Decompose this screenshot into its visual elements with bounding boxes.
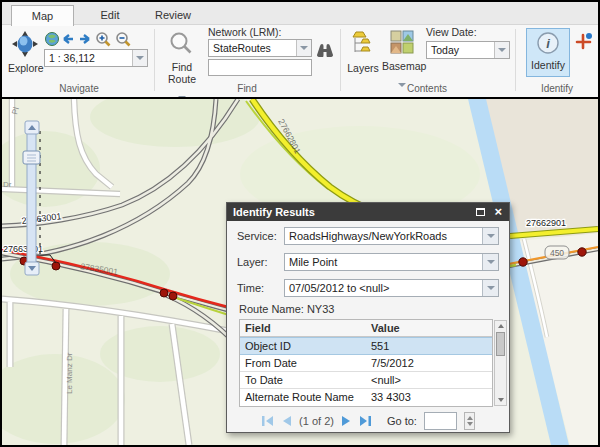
ribbon: Map Edit Review Explore: [2, 2, 598, 97]
scale-value: 1 : 36,112: [45, 52, 132, 64]
route-shield: 450: [545, 246, 569, 259]
layer-dropdown-arrow[interactable]: [482, 254, 498, 270]
group-label-contents: Contents: [407, 83, 447, 94]
group-label-find: Find: [237, 83, 256, 94]
identify-icon: i: [536, 31, 560, 55]
service-dropdown-arrow[interactable]: [482, 228, 498, 244]
time-dropdown-arrow[interactable]: [482, 280, 498, 296]
network-lrm-combobox[interactable]: StateRoutes: [208, 39, 312, 57]
view-date-value: Today: [427, 44, 494, 56]
identify-results-dialog: Identify Results × Service: RoadsHighway…: [226, 202, 510, 433]
svg-text:Le Manz Dr: Le Manz Dr: [65, 352, 74, 394]
table-row[interactable]: Object ID 551: [240, 337, 492, 355]
find-route-magnifier-icon: [168, 31, 194, 57]
group-label-navigate: Navigate: [59, 83, 98, 94]
previous-record-button[interactable]: [281, 415, 292, 427]
chevron-down-icon: [398, 83, 406, 87]
record-count: (1 of 2): [299, 415, 334, 427]
route-name-row: Route Name: NY33: [239, 303, 334, 315]
svg-text:Dr: Dr: [3, 180, 12, 189]
dialog-titlebar[interactable]: Identify Results ×: [227, 203, 509, 221]
chevron-down-icon: [487, 260, 495, 264]
find-route-button[interactable]: Find Route: [162, 31, 202, 104]
service-value: RoadsHighways/NewYorkRoads: [285, 230, 482, 242]
service-combobox[interactable]: RoadsHighways/NewYorkRoads: [284, 227, 499, 245]
route-label: 27663101: [3, 244, 43, 254]
layer-value: Mile Point: [285, 256, 482, 268]
group-divider: [340, 29, 341, 91]
route-input[interactable]: [208, 59, 312, 76]
chevron-down-icon: [300, 46, 308, 50]
view-date-label: View Date:: [426, 26, 477, 38]
table-row[interactable]: Alternate Route Name 33 4303: [240, 389, 492, 406]
tab-map[interactable]: Map: [11, 5, 74, 26]
scale-dropdown-arrow[interactable]: [132, 50, 147, 66]
route-name-value: NY33: [307, 303, 335, 315]
forward-arrow-icon[interactable]: [80, 35, 89, 43]
service-label: Service:: [237, 230, 284, 242]
scroll-down-icon[interactable]: [498, 398, 504, 402]
layer-combobox[interactable]: Mile Point: [284, 253, 499, 271]
chevron-down-icon: [487, 286, 495, 290]
scale-combobox[interactable]: 1 : 36,112: [44, 49, 148, 67]
identify-button[interactable]: i Identify: [526, 28, 570, 77]
zoom-in-icon[interactable]: [97, 33, 110, 46]
group-label-identify: Identify: [541, 83, 573, 94]
identify-route-location-icon[interactable]: [575, 32, 593, 50]
basemap-icon: [390, 30, 414, 56]
chevron-down-icon: [498, 48, 506, 52]
chevron-down-icon: [487, 234, 495, 238]
route-label: 27662901: [526, 218, 566, 228]
goto-input[interactable]: [424, 412, 457, 430]
last-record-button[interactable]: [359, 415, 372, 427]
goto-label: Go to:: [387, 415, 417, 427]
scrollbar-thumb[interactable]: [496, 332, 505, 356]
navigate-tools: [44, 31, 149, 48]
view-date-dropdown-arrow[interactable]: [494, 42, 509, 58]
route-name-label: Route Name:: [239, 303, 304, 315]
svg-text:450: 450: [550, 248, 564, 258]
scroll-up-button[interactable]: [495, 321, 506, 331]
chevron-down-icon: [136, 56, 144, 60]
group-divider: [515, 29, 516, 91]
globe-icon[interactable]: [46, 33, 59, 46]
table-row[interactable]: To Date <null>: [240, 372, 492, 389]
network-dropdown-arrow[interactable]: [296, 40, 311, 56]
network-lrm-value: StateRoutes: [209, 42, 296, 54]
view-date-combobox[interactable]: Today: [426, 41, 510, 59]
zoom-out-icon[interactable]: [117, 33, 130, 46]
scroll-up-icon: [498, 324, 504, 328]
tab-edit[interactable]: Edit: [86, 5, 134, 26]
field-column-header[interactable]: Field: [240, 320, 367, 336]
network-lrm-label: Network (LRM):: [208, 26, 282, 38]
ribbon-tabstrip: Map Edit Review: [2, 2, 598, 25]
basemap-button[interactable]: Basemap: [382, 30, 422, 91]
value-column-header[interactable]: Value: [367, 320, 492, 336]
record-pager: (1 of 2) Go to:: [227, 410, 509, 432]
first-record-button[interactable]: [261, 415, 274, 427]
table-scrollbar[interactable]: [494, 320, 507, 406]
table-row[interactable]: From Date 7/5/2012: [240, 355, 492, 372]
time-combobox[interactable]: 07/05/2012 to <null>: [284, 279, 499, 297]
goto-spinner[interactable]: [464, 412, 475, 430]
layers-icon: [351, 30, 375, 58]
close-icon[interactable]: ×: [494, 203, 502, 220]
tab-review[interactable]: Review: [146, 5, 200, 26]
explore-icon: [11, 30, 39, 58]
maximize-icon[interactable]: [476, 208, 485, 216]
dialog-title: Identify Results: [233, 206, 315, 218]
svg-text:i: i: [546, 36, 550, 51]
explore-button[interactable]: Explore: [8, 30, 42, 74]
table-header: Field Value: [240, 320, 492, 337]
binoculars-icon[interactable]: [316, 41, 334, 59]
time-value: 07/05/2012 to <null>: [285, 282, 482, 294]
layer-label: Layer:: [237, 256, 284, 268]
attributes-table: Field Value Object ID 551 From Date 7/5/…: [239, 319, 493, 407]
back-arrow-icon[interactable]: [64, 35, 73, 43]
group-divider: [154, 29, 155, 91]
app-window: Map Edit Review Explore: [0, 0, 600, 447]
time-label: Time:: [237, 282, 284, 294]
layers-button[interactable]: Layers: [346, 30, 380, 74]
next-record-button[interactable]: [341, 415, 352, 427]
